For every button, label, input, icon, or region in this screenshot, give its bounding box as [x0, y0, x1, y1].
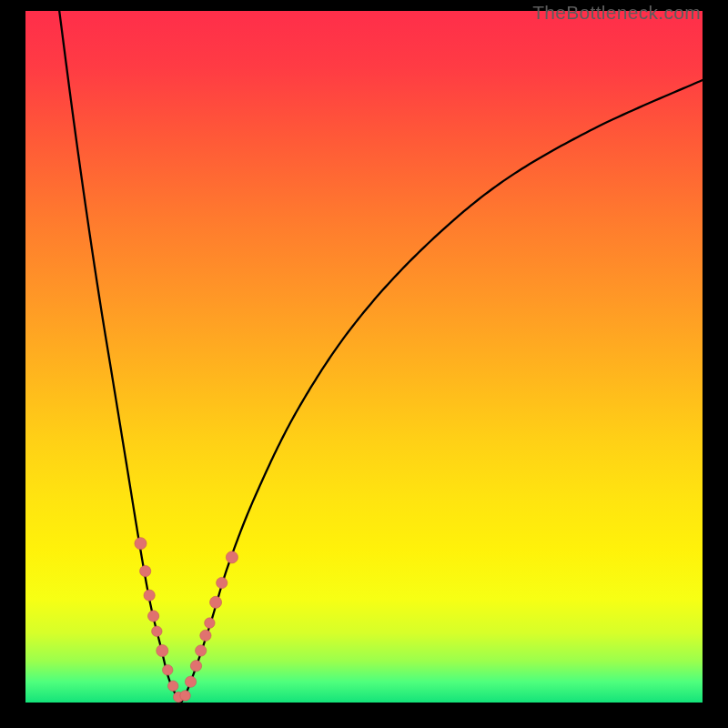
curve-marker [210, 596, 222, 608]
curve-marker [226, 551, 238, 563]
curve-marker [200, 630, 211, 641]
curve-layer [59, 11, 703, 703]
curve-marker [205, 618, 215, 628]
curve-marker [135, 538, 147, 550]
bottleneck-chart [25, 11, 703, 703]
curve-marker [144, 590, 155, 601]
curve-bottleneck-curve-right [181, 80, 703, 703]
curve-marker [180, 691, 190, 701]
curve-marker [185, 676, 196, 687]
curve-marker [152, 626, 162, 636]
curve-marker [217, 577, 228, 588]
curve-marker [196, 645, 207, 656]
curve-marker [140, 565, 151, 576]
marker-layer [135, 538, 238, 703]
curve-marker [163, 665, 173, 675]
curve-marker [147, 611, 158, 622]
curve-marker [157, 644, 168, 656]
curve-marker [167, 681, 177, 691]
curve-marker [190, 661, 201, 672]
watermark-text: TheBottleneck.com [532, 2, 701, 24]
chart-frame [25, 11, 703, 703]
curve-bottleneck-curve-left [59, 11, 181, 703]
